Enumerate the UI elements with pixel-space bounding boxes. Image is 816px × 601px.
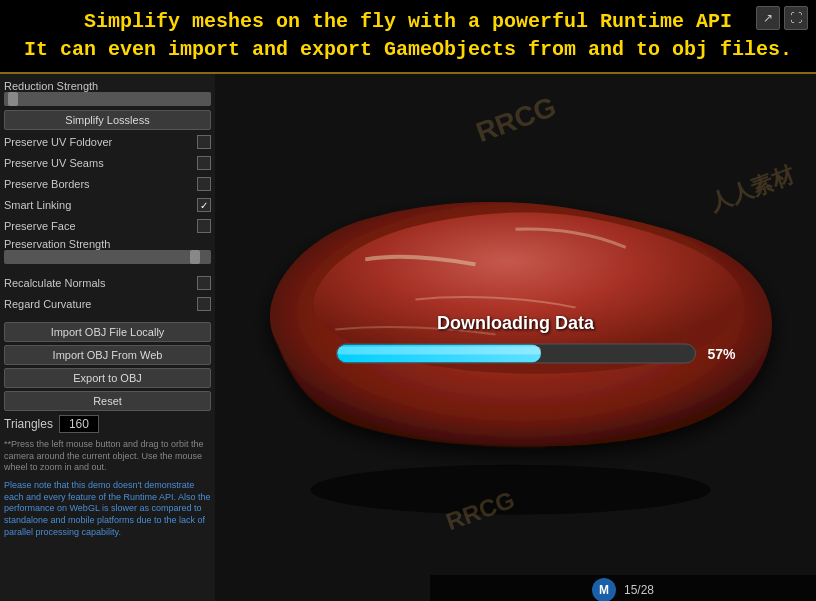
progress-bar — [336, 343, 696, 363]
info-text-2: Please note that this demo doesn't demon… — [4, 480, 211, 538]
svg-point-0 — [310, 465, 711, 515]
triangles-label: Triangles — [4, 417, 53, 431]
info-text-1-content: **Press the left mouse button and drag t… — [4, 439, 204, 472]
regard-curvature-row: Regard Curvature — [4, 295, 211, 313]
preserve-borders-checkbox[interactable] — [197, 177, 211, 191]
share-icon[interactable]: ↗ — [756, 6, 780, 30]
preserve-face-label: Preserve Face — [4, 220, 193, 232]
smart-linking-label: Smart Linking — [4, 199, 193, 211]
left-panel: Reduction Strength Simplify Lossless Pre… — [0, 74, 215, 601]
recalculate-normals-row: Recalculate Normals — [4, 274, 211, 292]
preserve-borders-label: Preserve Borders — [4, 178, 193, 190]
logo-circle: M — [592, 578, 616, 601]
reset-button[interactable]: Reset — [4, 391, 211, 411]
triangles-row: Triangles 160 — [4, 415, 211, 433]
preserve-uv-foldover-checkbox[interactable] — [197, 135, 211, 149]
import-obj-web-button[interactable]: Import OBJ From Web — [4, 345, 211, 365]
header-line2: It can even import and export GameObject… — [24, 38, 792, 61]
regard-curvature-label: Regard Curvature — [4, 298, 193, 310]
preserve-uv-seams-checkbox[interactable] — [197, 156, 211, 170]
preservation-strength-slider[interactable] — [4, 250, 211, 264]
triangles-value: 160 — [59, 415, 99, 433]
preserve-face-row: Preserve Face — [4, 217, 211, 235]
preserve-uv-foldover-row: Preserve UV Foldover — [4, 133, 211, 151]
fullscreen-icon[interactable]: ⛶ — [784, 6, 808, 30]
header: ↗ ⛶ Simplify meshes on the fly with a po… — [0, 0, 816, 74]
preserve-uv-seams-label: Preserve UV Seams — [4, 157, 193, 169]
header-line1: Simplify meshes on the fly with a powerf… — [84, 10, 732, 33]
progress-bar-fill — [337, 344, 541, 362]
progress-percent-label: 57% — [707, 345, 735, 361]
recalculate-normals-label: Recalculate Normals — [4, 277, 193, 289]
viewport[interactable]: RRCG 人人素材 RRCG Downloading Data 57% M 15… — [215, 74, 816, 601]
preserve-uv-seams-row: Preserve UV Seams — [4, 154, 211, 172]
info-text-2-content: Please note that this demo doesn't demon… — [4, 480, 211, 537]
preserve-face-checkbox[interactable] — [197, 219, 211, 233]
bottom-bar: M 15/28 — [430, 575, 816, 601]
preserve-uv-foldover-label: Preserve UV Foldover — [4, 136, 193, 148]
reduction-strength-slider[interactable] — [4, 92, 211, 106]
recalculate-normals-checkbox[interactable] — [197, 276, 211, 290]
download-text: Downloading Data — [336, 312, 696, 333]
reduction-strength-label: Reduction Strength — [4, 80, 211, 92]
header-title: Simplify meshes on the fly with a powerf… — [10, 8, 806, 64]
import-obj-local-button[interactable]: Import OBJ File Locally — [4, 322, 211, 342]
regard-curvature-checkbox[interactable] — [197, 297, 211, 311]
preservation-strength-label: Preservation Strength — [4, 238, 211, 250]
main-container: Reduction Strength Simplify Lossless Pre… — [0, 74, 816, 601]
info-text-1: **Press the left mouse button and drag t… — [4, 439, 211, 474]
preserve-borders-row: Preserve Borders — [4, 175, 211, 193]
page-indicator: 15/28 — [624, 583, 654, 597]
progress-bar-sheen — [337, 346, 541, 354]
smart-linking-row: Smart Linking — [4, 196, 211, 214]
simplify-lossless-button[interactable]: Simplify Lossless — [4, 110, 211, 130]
top-icons-container: ↗ ⛶ — [756, 6, 808, 30]
download-overlay: Downloading Data 57% — [336, 312, 696, 367]
export-obj-button[interactable]: Export to OBJ — [4, 368, 211, 388]
smart-linking-checkbox[interactable] — [197, 198, 211, 212]
